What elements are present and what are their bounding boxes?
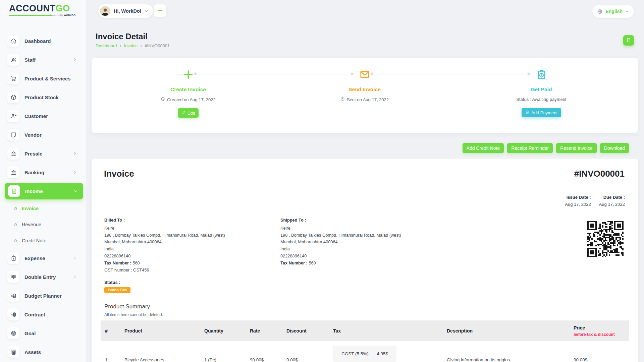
note-icon <box>7 129 19 141</box>
step-get-paid: $Get PaidStatus : Awaiting payment$Add P… <box>488 58 595 117</box>
receipt-reminder-button[interactable]: Receipt Reminder <box>507 143 553 153</box>
cell-price: 90.00$ <box>569 341 629 362</box>
sidebar: ACCOUNTGO Powered By WORKDO DashboardSta… <box>0 0 86 362</box>
sidebar-item-contract[interactable]: $Contract <box>0 305 86 324</box>
user-plus-icon <box>7 110 19 122</box>
step-create-invoice: Create InvoiceCreated on Aug 17, 2022Edi… <box>135 58 242 118</box>
quick-add-button[interactable] <box>154 4 166 17</box>
clock-icon <box>340 97 345 102</box>
sidebar-subitem-invoice[interactable]: Invoice <box>0 200 86 217</box>
step-label: Get Paid <box>531 86 552 93</box>
cell-tax: CGST (5.5%)4.95$ <box>329 341 442 362</box>
coins-icon: $ <box>7 308 19 320</box>
bullet-icon <box>13 206 18 211</box>
billed-to-block: Billed To : Keire 198 , Bombay Talkies C… <box>104 217 225 274</box>
sidebar-item-dashboard[interactable]: Dashboard <box>0 32 86 50</box>
resend-invoice-button[interactable]: Resend Invoice <box>556 143 597 153</box>
sidebar-item-double-entry[interactable]: Double Entry <box>0 267 86 286</box>
globe-icon <box>597 9 603 14</box>
sidebar-item-presale[interactable]: Presale <box>0 144 86 163</box>
download-button[interactable]: Download <box>600 143 629 153</box>
sidebar-item-label: Income <box>25 188 43 194</box>
main-area: Hi, WorkDo! English Invoice Detail Dashb… <box>86 0 644 362</box>
column-header-discount: Discount <box>282 320 329 341</box>
add-credit-note-button[interactable]: Add Credit Note <box>463 143 504 153</box>
sidebar-item-label: Banking <box>24 170 44 175</box>
sidebar-subitem-credit-note[interactable]: Credit Note <box>0 233 86 249</box>
duplicate-invoice-button[interactable] <box>623 35 634 46</box>
sidebar-item-income[interactable]: Income <box>5 183 83 199</box>
add-payment-button[interactable]: $Add Payment <box>522 108 561 117</box>
user-menu[interactable]: Hi, WorkDo! <box>98 4 153 18</box>
cell-rate: 90.00$ <box>246 341 282 362</box>
coins-icon: $ <box>7 290 19 302</box>
box-icon <box>7 91 19 103</box>
chevron-down-icon <box>74 189 78 193</box>
step-label: Send Invoice <box>348 86 381 93</box>
invoice-actions-row: Add Credit NoteReceipt ReminderResend In… <box>463 143 629 153</box>
due-date-label: Due Date : <box>599 195 625 200</box>
issue-date-label: Issue Date : <box>565 195 591 200</box>
sidebar-item-label: Presale <box>24 151 42 157</box>
divider <box>92 188 638 188</box>
clipboard-dollar-icon: $ <box>7 252 19 264</box>
sidebar-item-product-stock[interactable]: Product Stock <box>0 88 86 107</box>
page-title: Invoice Detail <box>96 32 148 41</box>
shipped-to-block: Shipped To : Keire 198 , Bombay Talkies … <box>280 217 401 267</box>
target-icon <box>7 327 19 339</box>
sidebar-item-expense[interactable]: $Expense <box>0 249 86 267</box>
sidebar-item-customer[interactable]: Customer <box>0 107 86 125</box>
breadcrumb: Dashboard›Invoice›#INVO00001 <box>96 43 170 48</box>
svg-text:$: $ <box>527 111 528 113</box>
powered-by-label: Powered By WORKDO <box>49 14 75 17</box>
sidebar-item-label: Contract <box>24 312 45 317</box>
sidebar-item-label: Vendor <box>24 132 42 138</box>
step-info: Sent on Aug 17, 2022 <box>340 97 389 102</box>
table-row: 1Bicycle Accessories1 (Pc)90.00$0.00$CGS… <box>101 341 629 362</box>
sidebar-item-label: Customer <box>24 113 48 119</box>
sidebar-item-assets[interactable]: Assets <box>0 343 86 361</box>
home-icon <box>7 35 19 47</box>
breadcrumb-link-invoice[interactable]: Invoice <box>124 43 138 48</box>
edit-button[interactable]: Edit <box>178 108 199 118</box>
svg-text:$: $ <box>11 313 13 316</box>
sidebar-item-label: Goal <box>24 330 36 336</box>
invoice-card: Invoice #INVO00001 Issue Date : Aug 17, … <box>92 159 638 362</box>
sidebar-item-banking[interactable]: Banking <box>0 163 86 182</box>
breadcrumb-link-dashboard[interactable]: Dashboard <box>96 43 117 48</box>
svg-text:$: $ <box>13 257 14 260</box>
avatar <box>100 6 110 16</box>
file-text-icon <box>8 185 20 197</box>
clipboard-icon: $ <box>525 110 529 115</box>
sidebar-item-product-services[interactable]: Product & Services <box>0 69 86 88</box>
column-header-tax: Tax <box>329 320 442 341</box>
plus-icon <box>183 68 194 81</box>
status-label: Status : <box>104 280 625 285</box>
sidebar-item-vendor[interactable]: Vendor <box>0 125 86 144</box>
sidebar-item-label: Budget Planner <box>24 293 62 299</box>
sidebar-subitem-revenue[interactable]: Revenue <box>0 217 86 233</box>
bank-icon <box>7 166 19 178</box>
column-header-rate: Rate <box>246 320 282 341</box>
sidebar-item-staff[interactable]: Staff <box>0 50 86 69</box>
status-badge: Partialy Paid <box>104 287 130 293</box>
sidebar-item-budget-planner[interactable]: $Budget Planner <box>0 286 86 305</box>
invoice-heading: Invoice <box>104 169 134 179</box>
product-summary-title: Product Summary <box>104 303 625 310</box>
sidebar-item-label: Assets <box>24 349 41 355</box>
mail-icon <box>359 68 370 81</box>
breadcrumb-separator: › <box>140 43 142 48</box>
receipt-icon: $ <box>536 68 547 81</box>
column-header-price: Pricebefore tax & discount <box>569 320 629 341</box>
step-label: Create Invoice <box>170 86 206 93</box>
logo-underline <box>9 15 52 16</box>
sidebar-subitem-label: Invoice <box>22 206 39 211</box>
tax-chip: CGST (5.5%)4.95$ <box>333 346 396 362</box>
accountgo-logo[interactable]: ACCOUNTGO Powered By WORKDO <box>9 3 75 16</box>
invoice-number: #INVO00001 <box>574 169 625 179</box>
invoice-dates: Issue Date : Aug 17, 2022 Due Date : Aug… <box>92 195 638 207</box>
column-header-product: Product <box>120 320 200 341</box>
sidebar-item-goal[interactable]: Goal <box>0 324 86 343</box>
language-selector[interactable]: English <box>592 5 634 18</box>
column-header-: # <box>101 320 120 341</box>
